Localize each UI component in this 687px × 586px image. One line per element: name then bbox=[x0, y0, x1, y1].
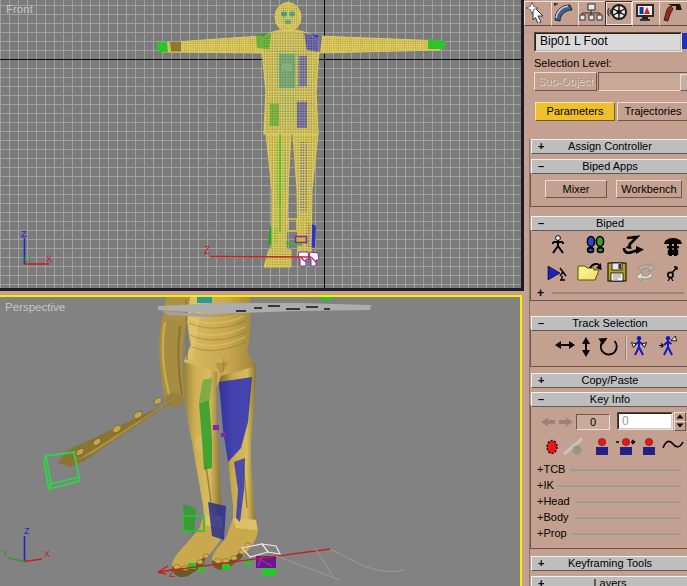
svg-text:+: + bbox=[537, 286, 544, 300]
svg-text:Y: Y bbox=[2, 548, 8, 558]
svg-text:X: X bbox=[44, 549, 50, 559]
svg-text:Z: Z bbox=[21, 229, 27, 239]
svg-text:X: X bbox=[46, 254, 52, 264]
svg-text:Z: Z bbox=[24, 526, 30, 536]
svg-text:U: U bbox=[24, 254, 31, 264]
svg-text:Z: Z bbox=[169, 568, 175, 579]
svg-text:Z: Z bbox=[204, 245, 210, 256]
